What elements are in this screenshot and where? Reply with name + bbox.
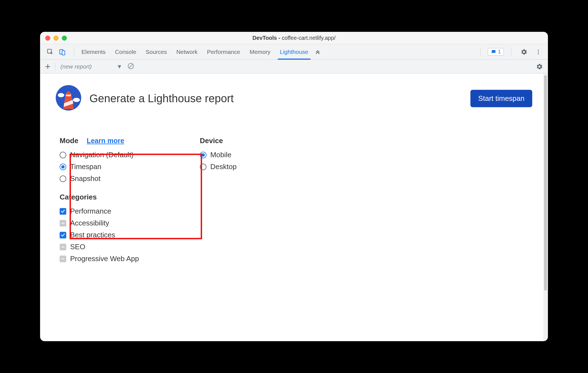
mode-option-snapshot[interactable]: Snapshot: [60, 173, 134, 185]
tab-sources[interactable]: Sources: [145, 44, 168, 59]
option-label: Timespan: [70, 162, 101, 171]
option-label: Mobile: [210, 151, 232, 159]
svg-point-4: [538, 51, 539, 52]
settings-gear-icon[interactable]: [518, 46, 529, 57]
window-title: DevTools - coffee-cart.netlify.app/: [40, 35, 548, 41]
panel-settings-gear-icon[interactable]: [534, 61, 545, 72]
window-title-url: coffee-cart.netlify.app/: [282, 35, 336, 41]
lighthouse-logo-icon: [55, 85, 82, 112]
option-label: Accessibility: [70, 219, 109, 227]
tab-lighthouse[interactable]: Lighthouse: [279, 44, 309, 59]
more-tabs-icon[interactable]: [312, 46, 323, 57]
report-selector-label: (new report): [60, 63, 92, 70]
device-option-desktop[interactable]: Desktop: [200, 161, 237, 173]
radio-icon: [60, 152, 66, 158]
svg-point-5: [538, 53, 539, 54]
start-timespan-button[interactable]: Start timespan: [470, 90, 532, 107]
radio-icon: [200, 152, 206, 158]
learn-more-link[interactable]: Learn more: [87, 137, 124, 145]
radio-icon: [60, 164, 66, 170]
inspect-element-icon[interactable]: [45, 46, 56, 57]
issues-badge[interactable]: 1: [488, 48, 504, 56]
option-label: Performance: [70, 207, 111, 216]
checkbox-indeterminate-icon: [60, 256, 66, 262]
window-title-prefix: DevTools -: [252, 35, 282, 41]
category-accessibility[interactable]: Accessibility: [60, 217, 532, 229]
device-option-mobile[interactable]: Mobile: [200, 149, 237, 161]
tab-performance[interactable]: Performance: [206, 44, 241, 59]
scrollbar-thumb[interactable]: [544, 75, 547, 291]
separator: [74, 47, 74, 57]
more-menu-icon[interactable]: [533, 46, 544, 57]
separator: [55, 63, 55, 70]
devtools-window: DevTools - coffee-cart.netlify.app/: [40, 32, 548, 341]
dropdown-caret-icon: ▼: [116, 63, 122, 70]
report-selector[interactable]: (new report) ▼: [60, 63, 122, 70]
svg-point-3: [538, 49, 539, 51]
category-seo[interactable]: SEO: [60, 241, 532, 253]
category-progressive-web-app[interactable]: Progressive Web App: [60, 253, 532, 265]
svg-point-8: [58, 93, 64, 97]
lighthouse-panel: Generate a Lighthouse report Start times…: [40, 73, 543, 341]
checkbox-indeterminate-icon: [60, 244, 66, 250]
separator: [511, 47, 511, 57]
svg-point-9: [73, 98, 80, 102]
option-label: Snapshot: [70, 174, 100, 183]
categories-label: Categories: [60, 193, 532, 201]
tab-memory[interactable]: Memory: [248, 44, 272, 59]
mode-group: Mode Learn more Navigation (Default)Time…: [60, 136, 134, 185]
category-performance[interactable]: Performance: [60, 205, 532, 217]
device-group: Device MobileDesktop: [200, 136, 237, 185]
mode-option-timespan[interactable]: Timespan: [60, 161, 134, 173]
tab-console[interactable]: Console: [114, 44, 137, 59]
page-title: Generate a Lighthouse report: [89, 92, 234, 105]
tab-elements[interactable]: Elements: [80, 44, 107, 59]
option-label: Navigation (Default): [70, 151, 134, 159]
tab-network[interactable]: Network: [175, 44, 199, 59]
device-toolbar-icon[interactable]: [57, 46, 68, 57]
clear-icon[interactable]: [127, 62, 134, 71]
separator: [480, 47, 481, 57]
svg-rect-2: [62, 51, 65, 55]
devtools-tabs-row: ElementsConsoleSourcesNetworkPerformance…: [40, 44, 548, 60]
scrollbar[interactable]: [543, 73, 548, 341]
option-label: SEO: [70, 243, 85, 251]
category-best-practices[interactable]: Best practices: [60, 229, 532, 241]
new-report-button[interactable]: [43, 62, 52, 71]
lighthouse-toolbar: (new report) ▼: [40, 60, 548, 73]
device-label: Device: [200, 136, 223, 145]
radio-icon: [60, 175, 66, 182]
checkbox-checked-icon: [60, 208, 66, 215]
option-label: Desktop: [210, 162, 237, 171]
mode-option-navigation-default-[interactable]: Navigation (Default): [60, 149, 134, 161]
mode-label: Mode: [60, 136, 78, 145]
option-label: Best practices: [70, 231, 115, 239]
radio-icon: [200, 164, 206, 170]
option-label: Progressive Web App: [70, 254, 139, 263]
checkbox-indeterminate-icon: [60, 220, 66, 227]
checkbox-checked-icon: [60, 232, 66, 238]
titlebar: DevTools - coffee-cart.netlify.app/: [40, 32, 548, 44]
issues-count: 1: [498, 49, 501, 55]
